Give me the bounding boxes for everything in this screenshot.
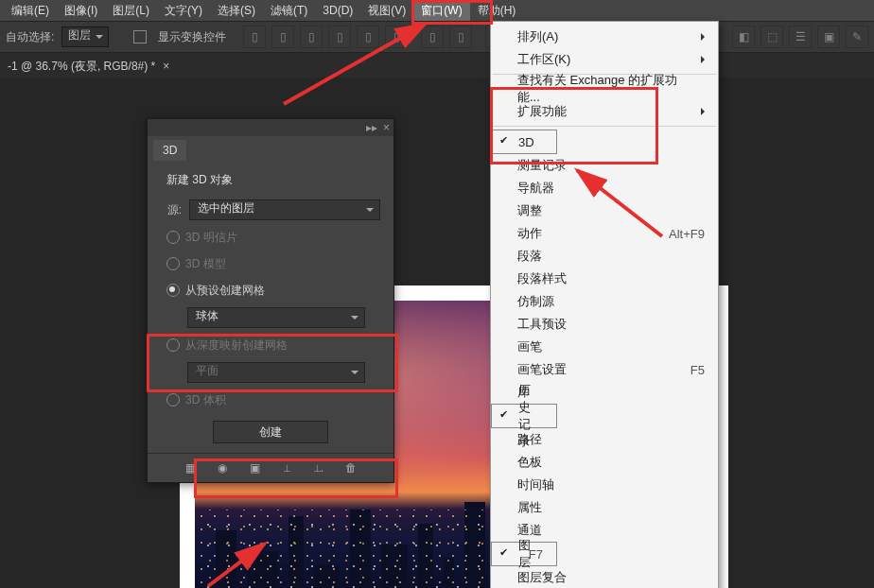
radio-icon [166,231,180,244]
menu-help[interactable]: 帮助(H) [470,0,524,21]
option-label: 从预设创建网格 [185,283,265,299]
radio-icon [166,338,180,352]
radio-icon [166,393,180,406]
menu-image[interactable]: 图像(I) [57,0,105,21]
menu-view[interactable]: 视图(V) [360,0,413,21]
ui-icon-5[interactable]: ✎ [846,26,868,48]
window-menu-dropdown: 排列(A) 工作区(K) 查找有关 Exchange 的扩展功能... 扩展功能… [490,21,719,588]
ground-icon[interactable]: ⟂. [311,460,326,476]
menu-item-timeline[interactable]: 时间轴 [491,474,718,496]
menu-item-workspace[interactable]: 工作区(K) [491,48,718,71]
option-label: 3D 模型 [185,256,226,272]
distribute-h-icon[interactable]: ▯ [421,26,444,48]
ui-icon-3[interactable]: ☰ [789,26,812,48]
radio-icon [166,257,180,270]
panel-header: ▸▸ × [148,119,393,136]
menu-item-history[interactable]: 历史记录 [491,404,557,428]
option-preset-mesh[interactable]: 从预设创建网格 [161,281,380,300]
source-label: 源: [161,202,182,218]
menu-item-find-extensions[interactable]: 查找有关 Exchange 的扩展功能... [491,78,718,100]
option-3d-postcard[interactable]: 3D 明信片 [161,228,380,247]
menu-item-tool-preset[interactable]: 工具预设 [491,313,718,336]
3d-panel: ▸▸ × 3D 新建 3D 对象 源: 选中的图层 3D 明信片 3D 模型 从… [147,118,394,483]
menu-item-properties[interactable]: 属性 [491,496,718,519]
menu-3d[interactable]: 3D(D) [315,0,360,21]
close-icon[interactable]: × [163,60,169,73]
menu-select[interactable]: 选择(S) [210,0,263,21]
menu-item-paragraph-style[interactable]: 段落样式 [491,268,718,290]
preset-shape-dropdown[interactable]: 球体 [187,307,365,328]
show-transform-checkbox[interactable] [133,30,147,43]
depth-map-dropdown[interactable]: 平面 [187,362,365,383]
align-left-icon[interactable]: ▯ [243,26,266,48]
menu-item-arrange[interactable]: 排列(A) [491,26,718,48]
menu-item-clone-source[interactable]: 仿制源 [491,290,718,313]
create-button[interactable]: 创建 [213,421,328,443]
menu-item-measure[interactable]: 测量记录 [491,154,718,177]
ui-icon-2[interactable]: ⬚ [760,26,783,48]
menu-item-layers[interactable]: 图层F7 [491,542,557,566]
menu-item-paths[interactable]: 路径 [491,428,718,451]
option-label: 3D 体积 [185,392,226,408]
align-bottom-icon[interactable]: ▯ [385,26,408,48]
new-icon[interactable]: ▣ [247,460,262,476]
menubar: 编辑(E) 图像(I) 图层(L) 文字(Y) 选择(S) 滤镜(T) 3D(D… [0,0,874,21]
menu-item-swatches[interactable]: 色板 [491,451,718,474]
align-center-h-icon[interactable]: ▯ [271,26,294,48]
option-label: 3D 明信片 [185,230,237,246]
auto-select-dropdown[interactable]: 图层 [61,26,109,47]
menu-item-paragraph[interactable]: 段落 [491,245,718,268]
align-right-icon[interactable]: ▯ [300,26,323,48]
option-3d-volume[interactable]: 3D 体积 [161,390,380,409]
menu-window[interactable]: 窗口(W) [413,0,469,21]
menu-item-layer-comps[interactable]: 图层复合 [491,566,718,588]
panel-close-icon[interactable]: × [383,121,390,134]
ui-icon-4[interactable]: ▣ [817,26,840,48]
auto-select-label: 自动选择: [6,29,54,45]
options-bar: 自动选择: 图层 显示变换控件 ▯ ▯ ▯ ▯ ▯ ▯ ▯ ▯ ▯ ◧ ⬚ ☰ … [0,21,874,53]
panel-title: 新建 3D 对象 [166,172,380,188]
document-tab-bar: -1 @ 36.7% (夜景, RGB/8#) * × [0,53,874,79]
align-top-icon[interactable]: ▯ [328,26,351,48]
option-label: 从深度映射创建网格 [185,337,288,354]
collapse-icon[interactable]: ▸▸ [366,121,377,134]
document-tab-label: -1 @ 36.7% (夜景, RGB/8#) * [8,59,155,75]
menu-item-actions[interactable]: 动作Alt+F9 [491,222,718,245]
menu-text[interactable]: 文字(Y) [157,0,210,21]
trash-icon[interactable]: 🗑 [343,460,358,476]
menu-filter[interactable]: 滤镜(T) [263,0,315,21]
menu-item-extensions[interactable]: 扩展功能 [491,100,718,123]
distribute-v-icon[interactable]: ▯ [449,26,472,48]
show-transform-label: 显示变换控件 [158,29,226,45]
option-depth-map[interactable]: 从深度映射创建网格 [161,336,380,355]
radio-icon [166,284,180,297]
align-icons-group: ▯ ▯ ▯ ▯ ▯ ▯ ▯ ▯ ▯ [243,26,508,48]
panel-tab-3d[interactable]: 3D [153,140,186,161]
align-center-v-icon[interactable]: ▯ [357,26,379,48]
source-dropdown[interactable]: 选中的图层 [189,199,380,220]
option-3d-model[interactable]: 3D 模型 [161,254,380,273]
ui-icon-1[interactable]: ◧ [732,26,755,48]
menu-item-3d[interactable]: 3D [491,130,557,154]
menu-item-navigator[interactable]: 导航器 [491,177,718,199]
render-icon[interactable]: ⟂ [279,460,294,476]
menu-item-brush[interactable]: 画笔 [491,336,718,358]
menu-item-brush-settings[interactable]: 画笔设置F5 [491,358,718,381]
menu-edit[interactable]: 编辑(E) [4,0,57,21]
document-tab[interactable]: -1 @ 36.7% (夜景, RGB/8#) * × [8,59,169,75]
light-icon[interactable]: ◉ [215,460,230,476]
panel-footer: ▦ ◉ ▣ ⟂ ⟂. 🗑 [148,453,393,482]
filter-icon[interactable]: ▦ [183,460,198,476]
right-icons-group: ◧ ⬚ ☰ ▣ ✎ [732,26,868,48]
canvas-area[interactable] [0,78,874,588]
menu-layer[interactable]: 图层(L) [105,0,157,21]
menu-item-adjust[interactable]: 调整 [491,199,718,222]
